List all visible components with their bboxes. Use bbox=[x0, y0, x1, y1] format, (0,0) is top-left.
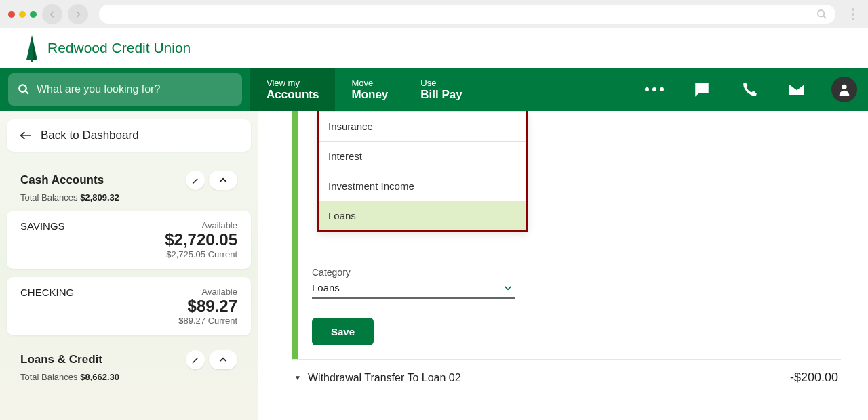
nav-tab-money[interactable]: Move Money bbox=[335, 68, 404, 111]
search-box[interactable] bbox=[8, 73, 242, 106]
category-select[interactable]: Loans bbox=[312, 278, 515, 299]
more-menu-button[interactable] bbox=[631, 68, 678, 111]
nav-tab-big: Bill Pay bbox=[420, 88, 462, 102]
edit-button[interactable] bbox=[186, 171, 205, 190]
browser-chrome bbox=[0, 0, 868, 28]
current-amount: $89.27 Current bbox=[178, 316, 237, 326]
collapse-button[interactable] bbox=[209, 171, 237, 190]
nav-tab-small: Use bbox=[420, 78, 462, 88]
section-header-cash: Cash Accounts bbox=[7, 171, 251, 192]
caret-down-icon: ▼ bbox=[294, 374, 308, 381]
more-icon bbox=[645, 87, 664, 91]
section-title: Loans & Credit bbox=[20, 353, 182, 366]
nav-tab-billpay[interactable]: Use Bill Pay bbox=[404, 68, 478, 111]
save-button[interactable]: Save bbox=[312, 318, 374, 345]
close-window-icon[interactable] bbox=[8, 11, 15, 18]
account-card-checking[interactable]: CHECKING Available $89.27 $89.27 Current bbox=[7, 277, 251, 335]
section-header-loans: Loans & Credit bbox=[7, 350, 251, 372]
available-amount: $89.27 bbox=[178, 297, 237, 316]
account-name: CHECKING bbox=[20, 287, 178, 298]
account-card-savings[interactable]: SAVINGS Available $2,720.05 $2,725.05 Cu… bbox=[7, 211, 251, 269]
transaction-description: Withdrawal Transfer To Loan 02 bbox=[308, 372, 790, 384]
top-nav: View my Accounts Move Money Use Bill Pay bbox=[0, 68, 868, 111]
nav-tab-big: Money bbox=[351, 88, 388, 102]
tree-icon bbox=[23, 34, 41, 62]
minimize-window-icon[interactable] bbox=[19, 11, 26, 18]
maximize-window-icon[interactable] bbox=[30, 11, 37, 18]
search-input[interactable] bbox=[37, 83, 233, 96]
avatar-icon bbox=[831, 77, 857, 102]
search-icon bbox=[816, 9, 827, 20]
nav-tab-small: Move bbox=[351, 78, 388, 88]
section-subtitle: Total Balances $2,809.32 bbox=[7, 192, 251, 211]
search-icon bbox=[18, 83, 30, 96]
chat-icon bbox=[693, 81, 711, 98]
mail-icon bbox=[787, 82, 806, 97]
edit-button[interactable] bbox=[186, 350, 205, 369]
nav-tab-big: Accounts bbox=[267, 88, 319, 102]
mail-button[interactable] bbox=[773, 68, 821, 111]
phone-icon bbox=[741, 81, 758, 98]
dropdown-item-interest[interactable]: Interest bbox=[319, 141, 526, 171]
section-subtitle: Total Balances $8,662.30 bbox=[7, 372, 251, 390]
browser-forward-button[interactable] bbox=[68, 4, 88, 24]
logo-bar: Redwood Credit Union bbox=[0, 28, 868, 68]
back-to-dashboard-button[interactable]: Back to Dashboard bbox=[7, 119, 251, 152]
phone-button[interactable] bbox=[726, 68, 773, 111]
transaction-row[interactable]: ▼ Withdrawal Transfer To Loan 02 -$200.0… bbox=[292, 360, 841, 385]
dropdown-item-loans[interactable]: Loans bbox=[319, 201, 526, 230]
svg-point-1 bbox=[19, 85, 26, 92]
profile-button[interactable] bbox=[821, 68, 868, 111]
arrow-left-icon bbox=[19, 130, 33, 141]
dropdown-item-investment-income[interactable]: Investment Income bbox=[319, 171, 526, 201]
brand-name: Redwood Credit Union bbox=[47, 40, 191, 56]
sidebar: Back to Dashboard Cash Accounts Total Ba… bbox=[0, 111, 258, 420]
pencil-icon bbox=[191, 176, 200, 185]
available-amount: $2,720.05 bbox=[165, 230, 237, 249]
available-label: Available bbox=[178, 287, 237, 297]
dropdown-item-insurance[interactable]: Insurance bbox=[319, 111, 526, 141]
svg-point-2 bbox=[842, 85, 846, 89]
category-value: Loans bbox=[312, 282, 340, 293]
svg-point-0 bbox=[818, 10, 824, 16]
nav-tab-small: View my bbox=[267, 78, 319, 88]
chevron-down-icon bbox=[503, 285, 513, 291]
available-label: Available bbox=[165, 220, 237, 230]
category-dropdown[interactable]: Insurance Interest Investment Income Loa… bbox=[317, 111, 528, 232]
back-label: Back to Dashboard bbox=[41, 129, 139, 142]
pencil-icon bbox=[191, 356, 200, 364]
body: Back to Dashboard Cash Accounts Total Ba… bbox=[0, 111, 868, 420]
browser-menu-icon[interactable] bbox=[846, 8, 860, 20]
nav-tab-accounts[interactable]: View my Accounts bbox=[250, 68, 335, 111]
brand-logo[interactable]: Redwood Credit Union bbox=[23, 34, 191, 62]
chat-button[interactable] bbox=[678, 68, 726, 111]
chevron-up-icon bbox=[218, 356, 228, 363]
accent-stripe bbox=[292, 111, 298, 359]
transaction-amount: -$200.00 bbox=[790, 371, 838, 385]
chevron-up-icon bbox=[218, 177, 228, 184]
main: Category Loans Save Insurance Interest I… bbox=[258, 111, 868, 420]
window-controls bbox=[8, 11, 37, 18]
url-bar[interactable] bbox=[99, 5, 835, 24]
category-label: Category bbox=[312, 267, 841, 278]
section-title: Cash Accounts bbox=[20, 173, 182, 187]
browser-back-button[interactable] bbox=[42, 4, 62, 24]
collapse-button[interactable] bbox=[209, 350, 237, 369]
account-name: SAVINGS bbox=[20, 220, 165, 232]
current-amount: $2,725.05 Current bbox=[165, 249, 237, 259]
transaction-panel: Category Loans Save Insurance Interest I… bbox=[292, 111, 841, 360]
